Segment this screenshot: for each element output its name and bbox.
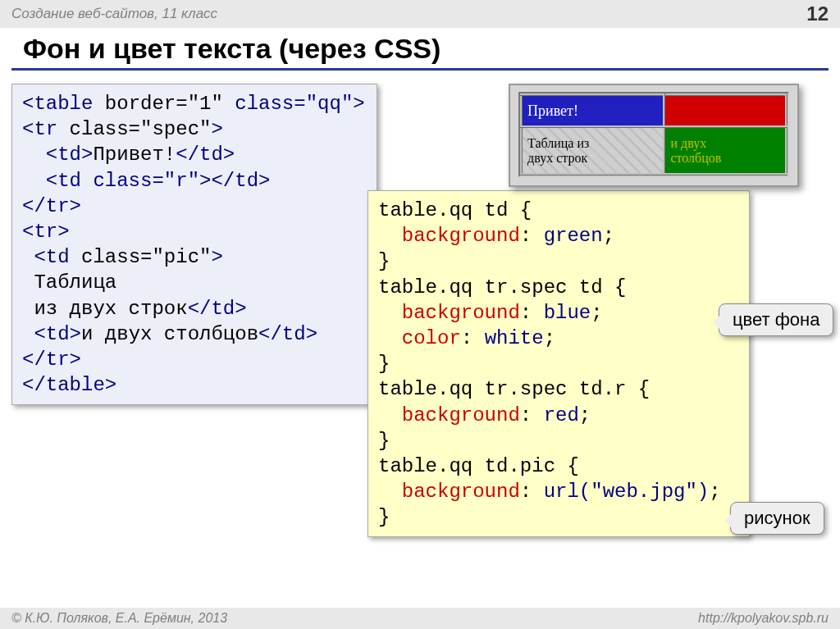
table-row: Таблица из двух строк и двух столбцов — [522, 127, 787, 175]
cell-green: и двух столбцов — [664, 127, 787, 175]
copyright: © К.Ю. Поляков, Е.А. Ерёмин, 2013 — [11, 611, 227, 626]
html-code-box: <table border="1" class="qq"> <tr class=… — [11, 84, 377, 405]
breadcrumb: Создание веб-сайтов, 11 класс — [11, 6, 217, 22]
footer-url: http://kpolyakov.spb.ru — [698, 611, 829, 626]
page-number: 12 — [806, 2, 829, 25]
content-area: <table border="1" class="qq"> <tr class=… — [0, 84, 840, 405]
css-code-box: table.qq td { background: green; } table… — [368, 190, 750, 537]
preview-inner: Привет! Таблица из двух строк и двух сто… — [518, 92, 789, 177]
title-rule — [11, 68, 829, 71]
header-bar: Создание веб-сайтов, 11 класс 12 — [0, 0, 840, 28]
table-row: Привет! — [522, 95, 787, 127]
preview-table: Привет! Таблица из двух строк и двух сто… — [520, 93, 788, 175]
page-title: Фон и цвет текста (через CSS) — [23, 33, 840, 65]
cell-blue: Привет! — [522, 95, 664, 127]
callout-picture: рисунок — [730, 502, 824, 535]
footer-bar: © К.Ю. Поляков, Е.А. Ерёмин, 2013 http:/… — [0, 608, 840, 629]
cell-pic: Таблица из двух строк — [522, 127, 664, 175]
callout-bg-color: цвет фона — [719, 303, 833, 336]
cell-red — [664, 95, 787, 127]
preview-window: Привет! Таблица из двух строк и двух сто… — [509, 84, 799, 187]
